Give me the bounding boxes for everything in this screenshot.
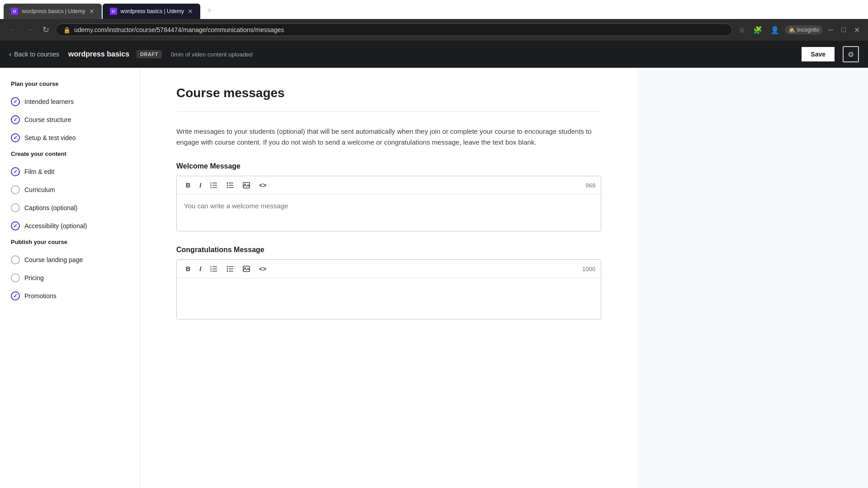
- sidebar-item-curriculum[interactable]: Curriculum: [0, 181, 140, 199]
- congrats-editor-body[interactable]: [177, 278, 601, 319]
- check-icon-promotions: [11, 291, 20, 300]
- incognito-icon: 🕵: [788, 27, 795, 33]
- welcome-message-label: Welcome Message: [176, 162, 601, 170]
- toolbar-actions: ☆ 🧩 👤 🕵 Incognito ─ □ ✕: [736, 24, 863, 36]
- sidebar-section-title-plan: Plan your course: [0, 80, 140, 93]
- welcome-editor-body[interactable]: You can write a welcome message: [177, 195, 601, 231]
- incognito-label: Incognito: [797, 27, 819, 33]
- save-button[interactable]: Save: [801, 46, 835, 62]
- svg-point-24: [227, 268, 228, 270]
- welcome-bold-button[interactable]: B: [182, 180, 194, 191]
- check-icon-intended-learners: [11, 97, 20, 106]
- bookmark-icon[interactable]: ☆: [736, 24, 748, 36]
- check-icon-captions: [11, 203, 20, 212]
- sidebar-item-label-pricing: Pricing: [24, 274, 44, 282]
- refresh-button[interactable]: ↻: [40, 23, 52, 37]
- sidebar-item-label-setup-test-video: Setup & test video: [24, 134, 76, 141]
- welcome-ordered-list-button[interactable]: 1. 2. 3.: [207, 180, 221, 190]
- sidebar-item-captions[interactable]: Captions (optional): [0, 199, 140, 217]
- congrats-unordered-list-button[interactable]: [223, 264, 237, 274]
- sidebar-item-pricing[interactable]: Pricing: [0, 269, 140, 287]
- forward-button[interactable]: →: [23, 23, 36, 37]
- congrats-bold-button[interactable]: B: [182, 263, 194, 274]
- congrats-ordered-list-button[interactable]: 1. 2. 3.: [207, 264, 221, 274]
- welcome-image-button[interactable]: [239, 180, 254, 190]
- sidebar-item-promotions[interactable]: Promotions: [0, 287, 140, 305]
- browser-tab-1[interactable]: U wordpress basics | Udemy ✕: [4, 4, 102, 19]
- sidebar-item-setup-test-video[interactable]: Setup & test video: [0, 129, 140, 147]
- sidebar-section-create: Create your content Film & edit Curricul…: [0, 150, 140, 235]
- tab1-close[interactable]: ✕: [89, 8, 94, 15]
- sidebar-item-intended-learners[interactable]: Intended learners: [0, 93, 140, 111]
- check-icon-film-edit: [11, 167, 20, 176]
- description-text: Write messages to your students (optiona…: [176, 126, 601, 148]
- incognito-badge: 🕵 Incognito: [785, 25, 823, 34]
- profile-icon[interactable]: 👤: [768, 24, 782, 36]
- svg-point-10: [227, 185, 228, 186]
- tab2-close[interactable]: ✕: [188, 8, 193, 15]
- page-title: Course messages: [176, 86, 601, 100]
- welcome-code-button[interactable]: <>: [255, 180, 270, 191]
- congrats-char-count: 1000: [582, 266, 595, 272]
- app-header: ‹ Back to courses wordpress basics DRAFT…: [0, 41, 868, 68]
- check-icon-curriculum: [11, 185, 20, 194]
- sidebar-section-publish: Publish your course Course landing page …: [0, 239, 140, 305]
- sidebar-item-label-promotions: Promotions: [24, 292, 57, 300]
- main-layout: Plan your course Intended learners Cours…: [0, 68, 868, 488]
- congratulations-message-label: Congratulations Message: [176, 246, 601, 254]
- new-tab-button[interactable]: +: [201, 4, 217, 18]
- congrats-editor-toolbar: B I 1. 2. 3.: [177, 260, 601, 278]
- svg-text:3.: 3.: [210, 186, 212, 188]
- welcome-editor-placeholder: You can write a welcome message: [184, 202, 288, 210]
- content-area: Course messages Write messages to your s…: [140, 68, 868, 488]
- welcome-italic-button[interactable]: I: [196, 180, 205, 191]
- congrats-italic-button[interactable]: I: [196, 263, 205, 274]
- sidebar-item-label-course-structure: Course structure: [24, 116, 71, 123]
- course-title: wordpress basics: [68, 50, 129, 58]
- address-bar[interactable]: 🔒 udemy.com/instructor/course/5784474/ma…: [56, 23, 732, 36]
- back-to-courses-label: Back to courses: [14, 51, 59, 58]
- congrats-code-button[interactable]: <>: [255, 263, 270, 274]
- check-icon-accessibility: [11, 221, 20, 230]
- tab1-favicon: U: [11, 8, 18, 15]
- back-button[interactable]: ←: [5, 23, 19, 37]
- sidebar-item-course-structure[interactable]: Course structure: [0, 111, 140, 129]
- back-to-courses-link[interactable]: ‹ Back to courses: [9, 50, 59, 58]
- welcome-unordered-list-button[interactable]: [223, 180, 237, 190]
- video-upload-info: 0min of video content uploaded: [171, 51, 253, 58]
- page-divider: [176, 111, 601, 112]
- check-icon-setup-test-video: [11, 133, 20, 142]
- address-text: udemy.com/instructor/course/5784474/mana…: [74, 26, 284, 33]
- settings-icon: ⚙: [848, 50, 854, 59]
- browser-tab-2[interactable]: U wordpress basics | Udemy ✕: [103, 4, 201, 19]
- check-icon-pricing: [11, 273, 20, 282]
- tab2-favicon: U: [110, 8, 117, 15]
- sidebar-section-plan: Plan your course Intended learners Cours…: [0, 80, 140, 147]
- extension-icon[interactable]: 🧩: [750, 24, 765, 36]
- minimize-button[interactable]: ─: [826, 24, 836, 36]
- tab2-label: wordpress basics | Udemy: [121, 8, 184, 14]
- browser-chrome: U wordpress basics | Udemy ✕ U wordpress…: [0, 0, 868, 41]
- svg-point-9: [227, 183, 228, 184]
- content-inner: Course messages Write messages to your s…: [140, 68, 637, 488]
- settings-button[interactable]: ⚙: [843, 46, 859, 62]
- lock-icon: 🔒: [63, 27, 71, 33]
- sidebar-item-label-accessibility: Accessibility (optional): [24, 222, 87, 230]
- sidebar-item-film-edit[interactable]: Film & edit: [0, 163, 140, 181]
- back-arrow-icon: ‹: [9, 50, 11, 58]
- congratulations-message-section: Congratulations Message B I 1. 2.: [176, 246, 601, 319]
- sidebar-item-course-landing-page[interactable]: Course landing page: [0, 251, 140, 269]
- sidebar-item-label-curriculum: Curriculum: [24, 186, 55, 193]
- draft-badge: DRAFT: [137, 50, 162, 58]
- sidebar-section-title-publish: Publish your course: [0, 239, 140, 251]
- svg-point-23: [227, 266, 228, 267]
- sidebar-item-label-captions: Captions (optional): [24, 204, 78, 211]
- tab1-label: wordpress basics | Udemy: [22, 8, 85, 14]
- sidebar-item-accessibility[interactable]: Accessibility (optional): [0, 217, 140, 235]
- maximize-button[interactable]: □: [839, 24, 849, 36]
- svg-point-11: [227, 187, 228, 188]
- svg-point-25: [227, 271, 228, 272]
- congrats-image-button[interactable]: [239, 264, 254, 274]
- close-window-button[interactable]: ✕: [851, 24, 863, 36]
- check-icon-course-structure: [11, 115, 20, 124]
